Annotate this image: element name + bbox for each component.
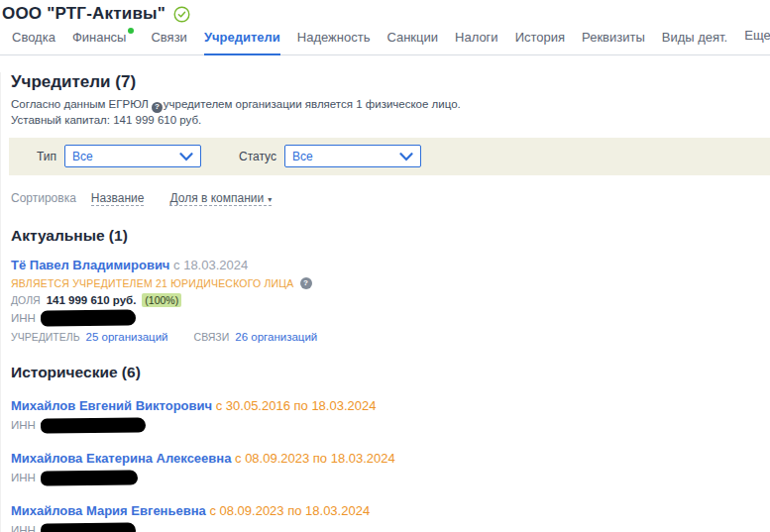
type-filter-label: Тип: [37, 150, 56, 163]
links-label: СВЯЗИ: [194, 331, 230, 343]
founder-name-link[interactable]: Михайлова Мария Евгеньевна: [11, 503, 206, 518]
green-dot-icon: [128, 28, 134, 34]
founder-entry-actual: Тё Павел Владимирович с 18.03.2024 ЯВЛЯЕ…: [11, 258, 770, 343]
tab-label: История: [515, 30, 565, 45]
question-circle-icon[interactable]: ?: [300, 277, 312, 289]
tab-bar: Сводка Финансы Связи Учредители Надежнос…: [0, 26, 770, 55]
tab-label: Сводка: [12, 30, 55, 45]
tab-rekvizity[interactable]: Реквизиты: [582, 30, 645, 54]
tab-svodka[interactable]: Сводка: [12, 30, 55, 54]
links-orgs-link[interactable]: 26 организаций: [235, 331, 317, 343]
inn-label: ИНН: [11, 312, 36, 324]
founder-period: с 08.09.2023 по 18.03.2024: [209, 503, 370, 518]
type-filter-value: Все: [72, 150, 93, 163]
founder-name-row: Михайлов Евгений Викторович с 30.05.2016…: [11, 398, 770, 414]
page-header: ООО "РТГ-Активы": [0, 0, 770, 24]
founder-entry-historical: Михайлов Евгений Викторович с 30.05.2016…: [11, 398, 770, 434]
check-circle-icon: [173, 6, 190, 23]
inn-row: ИНН: [11, 310, 770, 327]
tab-finansy[interactable]: Финансы: [72, 28, 135, 54]
founder-of-label: УЧРЕДИТЕЛЬ: [11, 331, 80, 343]
inn-row: ИНН: [11, 470, 770, 486]
founder-name-row: Михайлова Екатерина Алексеевна с 08.09.2…: [11, 451, 770, 467]
actual-group-title: Актуальные (1): [11, 227, 770, 245]
tab-label: Связи: [151, 30, 186, 45]
founder-name-row: Тё Павел Владимирович с 18.03.2024: [11, 258, 770, 273]
status-filter-value: Все: [292, 150, 313, 163]
sort-by-share-label: Доля в компании: [169, 191, 264, 205]
share-label: ДОЛЯ: [11, 294, 41, 306]
tab-vidy-deyat[interactable]: Виды деят.: [662, 30, 727, 54]
tab-nadezhnost[interactable]: Надежность: [297, 30, 371, 54]
tab-label: Еще: [744, 28, 770, 43]
related-orgs-row: УЧРЕДИТЕЛЬ 25 организаций СВЯЗИ 26 орган…: [11, 331, 770, 343]
founder-orgs-link[interactable]: 25 организаций: [86, 331, 168, 343]
sort-caret-icon: ▾: [268, 195, 272, 204]
tab-label: Финансы: [72, 30, 127, 45]
status-filter-label: Статус: [239, 150, 276, 163]
tab-label: Реквизиты: [582, 30, 645, 45]
mass-founder-flag: ЯВЛЯЕТСЯ УЧРЕДИТЕЛЕМ 21 ЮРИДИЧЕСКОГО ЛИЦ…: [11, 277, 770, 289]
historical-group-title: Исторические (6): [11, 364, 770, 381]
status-filter-select[interactable]: Все: [284, 145, 421, 167]
founder-name-link[interactable]: Михайлова Екатерина Алексеевна: [11, 451, 231, 466]
section-title: Учредители (7): [11, 72, 770, 92]
founder-name-link[interactable]: Тё Павел Владимирович: [11, 258, 169, 272]
share-row: ДОЛЯ 141 999 610 руб. (100%): [11, 293, 770, 307]
redaction-blob: [41, 470, 138, 485]
tab-label: Санкции: [386, 30, 438, 45]
inn-row: ИНН: [11, 417, 770, 434]
question-circle-icon[interactable]: ?: [152, 102, 163, 113]
filter-bar: Тип Все Статус Все: [9, 138, 770, 175]
chevron-down-icon: [399, 148, 413, 165]
sort-row: Сортировка Название Доля в компании▾: [11, 191, 770, 206]
tab-label: Виды деят.: [662, 30, 727, 45]
founder-period: с 18.03.2024: [173, 258, 248, 272]
mass-founder-flag-text: ЯВЛЯЕТСЯ УЧРЕДИТЕЛЕМ 21 ЮРИДИЧЕСКОГО ЛИЦ…: [11, 277, 294, 289]
founders-section: Учредители (7) Согласно данным ЕГРЮЛ?учр…: [0, 72, 770, 532]
capital-line: Уставный капитал: 141 999 610 руб.: [11, 113, 770, 127]
chevron-down-icon: [179, 148, 193, 165]
redaction-blob: [41, 309, 136, 326]
inn-label: ИНН: [11, 472, 36, 483]
sort-by-name[interactable]: Название: [91, 191, 145, 206]
founder-name-row: Михайлова Мария Евгеньевна с 08.09.2023 …: [11, 503, 770, 519]
tab-label: Налоги: [455, 30, 498, 45]
page-title: ООО "РТГ-Активы": [2, 4, 165, 24]
description-prefix: Согласно данным ЕГРЮЛ: [11, 98, 149, 110]
redaction-blob: [41, 417, 146, 433]
sort-by-share[interactable]: Доля в компании▾: [169, 191, 272, 206]
inn-label: ИНН: [11, 524, 36, 532]
tab-sanktsii[interactable]: Санкции: [386, 30, 438, 54]
tab-nalogi[interactable]: Налоги: [455, 30, 498, 54]
founder-name-link[interactable]: Михайлов Евгений Викторович: [11, 398, 212, 413]
share-percent-badge: (100%): [142, 293, 181, 307]
tab-label: Надежность: [297, 30, 371, 45]
redaction-blob: [41, 522, 136, 532]
tab-uchrediteli[interactable]: Учредители: [204, 30, 280, 54]
founder-entry-historical: Михайлова Екатерина Алексеевна с 08.09.2…: [11, 451, 770, 486]
egrul-description: Согласно данным ЕГРЮЛ?учредителем органи…: [11, 97, 770, 113]
founder-period: с 08.09.2023 по 18.03.2024: [235, 451, 395, 466]
founder-period: с 30.05.2016 по 18.03.2024: [216, 398, 377, 413]
type-filter-select[interactable]: Все: [64, 145, 201, 167]
tab-svyazi[interactable]: Связи: [151, 30, 186, 54]
tab-label: Учредители: [204, 30, 280, 45]
sort-label: Сортировка: [11, 191, 76, 205]
tab-more[interactable]: Еще: [744, 28, 770, 54]
inn-row: ИНН: [11, 522, 770, 532]
founder-entry-historical: Михайлова Мария Евгеньевна с 08.09.2023 …: [11, 503, 770, 532]
tab-istoriya[interactable]: История: [515, 30, 565, 54]
description-suffix: учредителем организации является 1 физич…: [164, 98, 461, 110]
inn-label: ИНН: [11, 419, 36, 431]
share-value: 141 999 610 руб.: [47, 294, 137, 306]
